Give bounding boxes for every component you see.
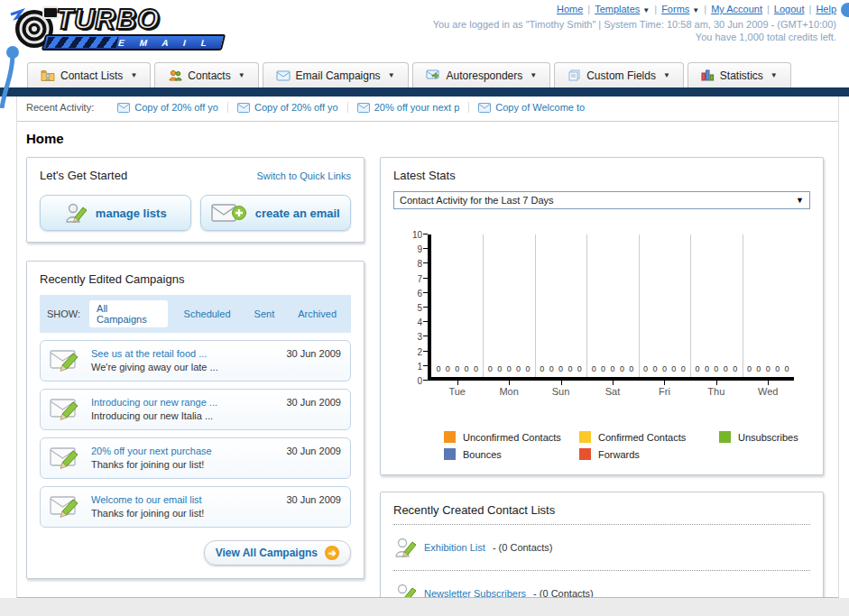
get-started-title: Let's Get Started <box>40 169 127 182</box>
campaign-row[interactable]: Introducing our new range ... Introducin… <box>40 389 351 430</box>
legend-swatch <box>444 431 456 443</box>
contact-list-row[interactable]: Newsletter Subscribers - (0 Contacts) <box>393 578 810 598</box>
nav-link-help[interactable]: Help <box>816 4 836 14</box>
tab-email-campaigns[interactable]: Email Campaigns▼ <box>263 62 409 87</box>
recent-activity-bar: Recent Activity: Copy of 20% off yo Copy… <box>17 97 838 118</box>
contact-list-row[interactable]: Exhibition List - (0 Contacts) <box>393 532 810 563</box>
campaign-title-link[interactable]: See us at the retail food ... <box>91 348 277 359</box>
show-label: SHOW: <box>47 308 80 319</box>
legend-label: Unsubscribes <box>738 432 798 443</box>
value-label: 0 <box>671 364 676 373</box>
legend-label: Forwards <box>598 449 640 460</box>
chevron-down-icon: ▼ <box>642 6 650 14</box>
person-pencil-icon <box>64 201 88 225</box>
legend-swatch <box>719 431 731 443</box>
envelope-icon <box>478 103 491 113</box>
recent-activity-item[interactable]: Copy of 20% off yo <box>228 102 348 113</box>
gridline <box>690 234 691 377</box>
x-axis-tick <box>509 381 510 385</box>
value-labels-group: 00000 <box>690 364 742 373</box>
campaign-row[interactable]: Welcome to our email list Thanks for joi… <box>40 486 351 528</box>
campaign-subtitle: Thanks for joining our list! <box>91 508 277 519</box>
y-axis-tick-label: 9 <box>399 244 422 254</box>
campaign-title-link[interactable]: Welcome to our email list <box>91 494 277 505</box>
y-axis-tick-label: 8 <box>399 259 422 269</box>
tab-contacts[interactable]: Contacts▼ <box>154 62 258 87</box>
value-label: 0 <box>610 364 614 373</box>
folder-user-icon <box>41 69 55 81</box>
legend-swatch <box>444 448 456 460</box>
page: TURBO E M A I L Home|Templates ▼|Forms ▼… <box>0 0 849 616</box>
value-label: 0 <box>756 364 761 373</box>
tab-autoresponders[interactable]: Autoresponders▼ <box>412 62 551 87</box>
value-label: 0 <box>446 364 450 373</box>
recent-activity-item[interactable]: 20% off your next p <box>348 102 470 113</box>
filter-tab-archived[interactable]: Archived <box>291 306 344 322</box>
nav-link-my-account[interactable]: My Account <box>711 4 762 14</box>
page-title: Home <box>26 131 838 146</box>
bar-chart-icon <box>701 69 715 81</box>
nav-link-logout[interactable]: Logout <box>774 4 805 14</box>
manage-lists-button[interactable]: manage lists <box>40 195 191 231</box>
campaign-title-link[interactable]: 20% off your next purchase <box>91 446 277 456</box>
stats-report-dropdown[interactable]: Contact Activity for the Last 7 Days ▼ <box>393 191 810 209</box>
campaign-row[interactable]: See us at the retail food ... We're givi… <box>40 340 351 382</box>
header-right: Home|Templates ▼|Forms ▼|My Account|Logo… <box>433 4 836 42</box>
legend-item: Unsubscribes <box>719 431 810 443</box>
x-axis-tick <box>457 381 458 385</box>
switch-quick-links-link[interactable]: Switch to Quick Links <box>256 170 351 181</box>
value-label: 0 <box>436 364 440 373</box>
tab-custom-fields[interactable]: Custom Fields▼ <box>554 62 684 87</box>
legend-item: Confirmed Contacts <box>579 431 719 443</box>
logo-email-bar: E M A I L <box>42 34 226 51</box>
campaign-row[interactable]: 20% off your next purchase Thanks for jo… <box>40 437 351 479</box>
gridline <box>535 234 536 377</box>
tab-label: Statistics <box>720 69 763 82</box>
tab-statistics[interactable]: Statistics▼ <box>688 62 791 87</box>
top-nav-links: Home|Templates ▼|Forms ▼|My Account|Logo… <box>433 4 836 14</box>
create-email-button[interactable]: create an email <box>200 195 352 231</box>
campaign-date: 30 Jun 2009 <box>286 446 341 456</box>
legend-label: Bounces <box>463 449 502 460</box>
decor-blue-dot <box>841 3 849 17</box>
y-axis-tick-label: 6 <box>399 288 422 298</box>
filter-tab-all-campaigns[interactable]: All Campaigns <box>89 300 167 327</box>
person-pencil-icon <box>393 582 417 598</box>
turbo-email-logo: TURBO E M A I L <box>7 4 233 56</box>
value-label: 0 <box>549 364 554 373</box>
login-status: You are logged in as "Timothy Smith" | S… <box>433 19 836 30</box>
value-label: 0 <box>474 364 478 373</box>
gridline <box>639 234 640 377</box>
nav-link-templates[interactable]: Templates <box>595 4 640 14</box>
view-all-campaigns-button[interactable]: View All Campaigns ➜ <box>204 540 351 565</box>
tab-contact-lists[interactable]: Contact Lists▼ <box>27 62 151 87</box>
nav-link-forms[interactable]: Forms <box>661 4 689 14</box>
contact-activity-chart: 00000Tue00000Mon00000Sun00000Sat00000Fri… <box>399 229 805 418</box>
recent-activity-item[interactable]: Copy of Welcome to <box>469 102 594 113</box>
value-label: 0 <box>775 364 780 373</box>
contact-list-link[interactable]: Exhibition List <box>424 542 485 553</box>
logo-stripes <box>46 37 119 48</box>
value-label: 0 <box>540 364 544 373</box>
gridline <box>586 234 587 377</box>
contact-list-link[interactable]: Newsletter Subscribers <box>424 588 526 598</box>
recent-activity-item[interactable]: Copy of 20% off yo <box>108 102 228 113</box>
value-label: 0 <box>681 364 686 373</box>
view-all-campaigns-label: View All Campaigns <box>216 547 318 559</box>
nav-link-home[interactable]: Home <box>557 4 583 14</box>
filter-tab-scheduled[interactable]: Scheduled <box>177 306 238 322</box>
x-axis-tick-label: Wed <box>743 386 794 397</box>
y-axis-tick-label: 1 <box>399 361 422 371</box>
filter-tab-sent[interactable]: Sent <box>247 306 282 322</box>
envelope-pencil-icon <box>50 348 82 373</box>
campaigns-title: Recently Edited Campaigns <box>40 272 351 286</box>
campaign-title-link[interactable]: Introducing our new range ... <box>91 397 277 408</box>
value-label: 0 <box>643 364 648 373</box>
navy-divider-bar <box>0 87 849 97</box>
tab-label: Custom Fields <box>586 69 656 82</box>
chevron-down-icon: ▼ <box>238 71 245 79</box>
value-label: 0 <box>714 364 718 373</box>
gridline <box>483 234 484 377</box>
value-label: 0 <box>525 364 530 373</box>
header: TURBO E M A I L Home|Templates ▼|Forms ▼… <box>0 0 849 60</box>
